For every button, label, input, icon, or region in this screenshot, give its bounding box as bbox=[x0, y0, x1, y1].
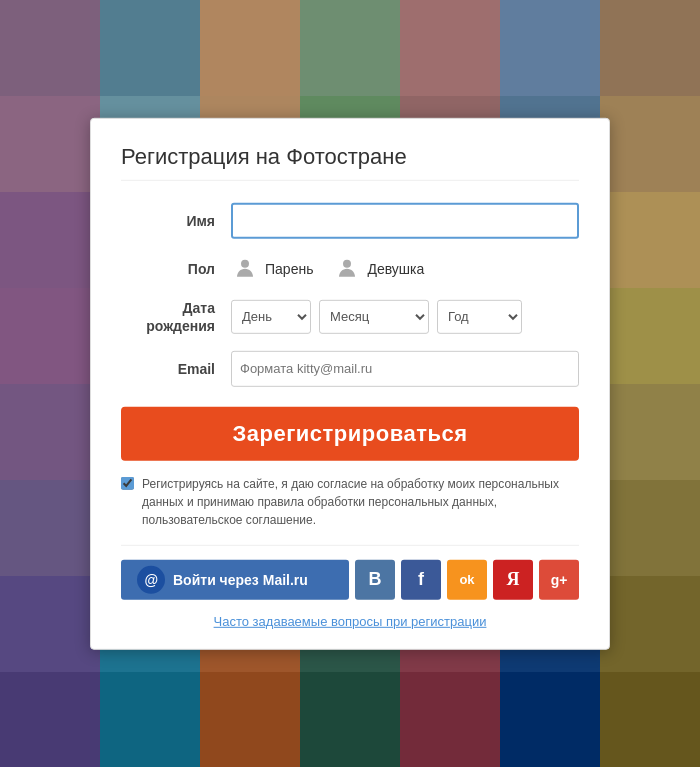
male-icon bbox=[231, 254, 259, 282]
divider bbox=[121, 545, 579, 546]
mailru-label: Войти через Mail.ru bbox=[173, 572, 308, 588]
bg-cell bbox=[600, 384, 700, 480]
odnoklassniki-button[interactable]: ok bbox=[447, 560, 487, 600]
ya-label: Я bbox=[507, 569, 520, 590]
bg-cell bbox=[600, 192, 700, 288]
svg-point-1 bbox=[343, 259, 351, 267]
consent-text: Регистрируясь на сайте, я даю согласие н… bbox=[142, 475, 579, 529]
gender-male-option[interactable]: Парень bbox=[231, 254, 313, 282]
female-icon bbox=[333, 254, 361, 282]
email-label: Email bbox=[121, 361, 231, 377]
facebook-button[interactable]: f bbox=[401, 560, 441, 600]
consent-row: Регистрируясь на сайте, я даю согласие н… bbox=[121, 475, 579, 529]
name-row: Имя bbox=[121, 202, 579, 238]
gplus-label: g+ bbox=[551, 572, 568, 588]
consent-checkbox[interactable] bbox=[121, 477, 134, 490]
bg-cell bbox=[600, 576, 700, 672]
bg-cell bbox=[0, 672, 100, 767]
bg-cell bbox=[0, 96, 100, 192]
gender-female-label: Девушка bbox=[367, 260, 424, 276]
bg-cell bbox=[400, 0, 500, 96]
bg-cell bbox=[200, 672, 300, 767]
year-select[interactable]: Год bbox=[437, 300, 522, 334]
bg-cell bbox=[600, 96, 700, 192]
mailru-icon: @ bbox=[137, 566, 165, 594]
dob-row: Дата рождения День Месяц Год bbox=[121, 298, 579, 334]
gender-male-label: Парень bbox=[265, 260, 313, 276]
bg-cell bbox=[0, 384, 100, 480]
faq-link[interactable]: Часто задаваемые вопросы при регистрации bbox=[121, 614, 579, 629]
yandex-button[interactable]: Я bbox=[493, 560, 533, 600]
bg-cell bbox=[600, 480, 700, 576]
bg-cell bbox=[500, 672, 600, 767]
dob-label: Дата рождения bbox=[121, 298, 231, 334]
gender-row: Пол Парень Девушка bbox=[121, 254, 579, 282]
bg-cell bbox=[0, 288, 100, 384]
fb-label: f bbox=[418, 569, 424, 590]
bg-cell bbox=[100, 0, 200, 96]
vk-button[interactable]: В bbox=[355, 560, 395, 600]
bg-cell bbox=[0, 0, 100, 96]
register-button[interactable]: Зарегистрироваться bbox=[121, 407, 579, 461]
bg-cell bbox=[0, 576, 100, 672]
gender-female-option[interactable]: Девушка bbox=[333, 254, 424, 282]
email-input[interactable] bbox=[231, 351, 579, 387]
bg-cell bbox=[0, 480, 100, 576]
bg-cell bbox=[600, 288, 700, 384]
bg-cell bbox=[500, 0, 600, 96]
month-select[interactable]: Месяц bbox=[319, 300, 429, 334]
gplus-button[interactable]: g+ bbox=[539, 560, 579, 600]
bg-cell bbox=[600, 672, 700, 767]
name-input[interactable] bbox=[231, 202, 579, 238]
email-row: Email bbox=[121, 351, 579, 387]
bg-cell bbox=[100, 672, 200, 767]
day-select[interactable]: День bbox=[231, 300, 311, 334]
registration-card: Регистрация на Фотостране Имя Пол Парень bbox=[90, 117, 610, 649]
name-label: Имя bbox=[121, 212, 231, 228]
social-login-row: @ Войти через Mail.ru В f ok Я g+ bbox=[121, 560, 579, 600]
date-group: День Месяц Год bbox=[231, 300, 522, 334]
gender-label: Пол bbox=[121, 260, 231, 276]
vk-label: В bbox=[369, 569, 382, 590]
bg-cell bbox=[300, 0, 400, 96]
page-title: Регистрация на Фотостране bbox=[121, 143, 579, 180]
ok-label: ok bbox=[459, 572, 474, 587]
mailru-button[interactable]: @ Войти через Mail.ru bbox=[121, 560, 349, 600]
bg-cell bbox=[400, 672, 500, 767]
bg-cell bbox=[0, 192, 100, 288]
bg-cell bbox=[300, 672, 400, 767]
bg-cell bbox=[600, 0, 700, 96]
bg-cell bbox=[200, 0, 300, 96]
gender-group: Парень Девушка bbox=[231, 254, 424, 282]
svg-point-0 bbox=[241, 259, 249, 267]
